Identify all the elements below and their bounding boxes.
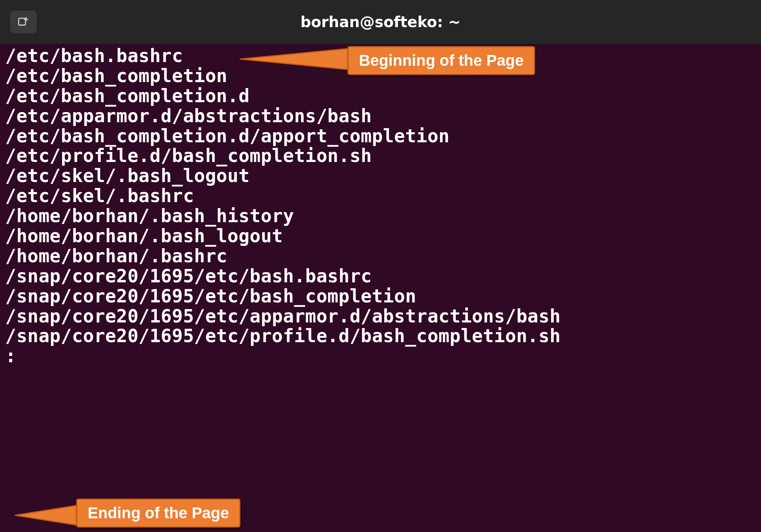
svg-marker-4	[15, 505, 80, 526]
terminal-line: /snap/core20/1695/etc/profile.d/bash_com…	[5, 326, 756, 346]
annotation-beginning: Beginning of the Page	[347, 46, 535, 75]
terminal-line: /home/borhan/.bash_logout	[5, 226, 756, 246]
window-title: borhan@softeko: ~	[300, 13, 460, 30]
title-bar: borhan@softeko: ~	[0, 0, 761, 44]
terminal-line: /etc/apparmor.d/abstractions/bash	[5, 106, 756, 126]
terminal-line: /etc/profile.d/bash_completion.sh	[5, 146, 756, 166]
terminal-output[interactable]: /etc/bash.bashrc /etc/bash_completion /e…	[0, 44, 761, 366]
terminal-line: /home/borhan/.bashrc	[5, 246, 756, 266]
callout-arrow-icon	[15, 505, 80, 526]
terminal-line: /home/borhan/.bash_history	[5, 206, 756, 226]
new-tab-button[interactable]	[10, 11, 36, 33]
terminal-line: /snap/core20/1695/etc/bash.bashrc	[5, 266, 756, 286]
terminal-line: /etc/skel/.bashrc	[5, 186, 756, 206]
new-tab-icon	[17, 16, 30, 28]
terminal-line: /etc/skel/.bash_logout	[5, 166, 756, 186]
terminal-line: /etc/bash_completion.d	[5, 86, 756, 106]
pager-prompt[interactable]: :	[5, 346, 756, 366]
terminal-line: /snap/core20/1695/etc/apparmor.d/abstrac…	[5, 306, 756, 327]
terminal-line: /snap/core20/1695/etc/bash_completion	[5, 286, 756, 306]
terminal-line: /etc/bash_completion.d/apport_completion	[5, 126, 756, 146]
annotation-ending: Ending of the Page	[76, 499, 240, 528]
